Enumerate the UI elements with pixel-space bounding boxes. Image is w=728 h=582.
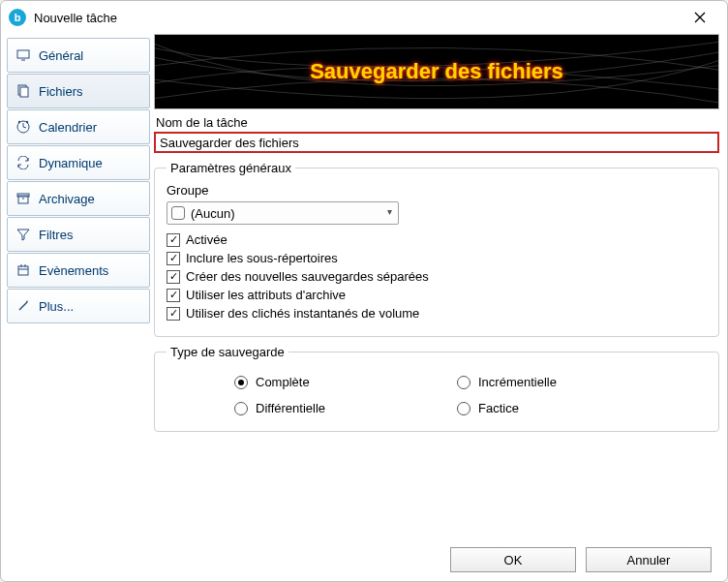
sidebar-item-label: Général: [39, 48, 83, 63]
sidebar: Général Fichiers Calendrier Dynamique Ar…: [7, 34, 150, 538]
sidebar-item-label: Evènements: [39, 263, 108, 278]
close-button[interactable]: [681, 4, 719, 31]
radio-icon: [234, 376, 248, 389]
banner-title: Sauvegarder des fichiers: [310, 59, 563, 84]
sidebar-item-fichiers[interactable]: Fichiers: [7, 74, 150, 108]
monitor-icon: [15, 47, 31, 63]
sidebar-item-label: Filtres: [39, 228, 73, 242]
radio-label: Différentielle: [256, 401, 325, 415]
clock-icon: [15, 119, 31, 135]
sidebar-item-label: Fichiers: [39, 84, 83, 99]
banner: Sauvegarder des fichiers: [154, 34, 719, 109]
checkbox-icon: ✓: [167, 233, 180, 247]
sidebar-item-general[interactable]: Général: [7, 38, 150, 73]
chevron-down-icon: ▾: [387, 206, 392, 217]
svg-rect-0: [17, 50, 29, 58]
group-combobox[interactable]: (Aucun) ▾: [167, 201, 399, 225]
checkbox-label: Utiliser des clichés instantanés de volu…: [186, 306, 419, 321]
wand-icon: [15, 298, 31, 314]
checkbox-icon: ✓: [167, 270, 180, 284]
checkbox-row-subdirs[interactable]: ✓ Inclure les sous-répertoires: [167, 251, 707, 265]
files-icon: [15, 83, 31, 99]
sidebar-item-evenements[interactable]: Evènements: [7, 253, 150, 288]
radio-icon: [457, 376, 470, 389]
radio-differential[interactable]: Différentielle: [234, 401, 428, 415]
checkbox-row-vss[interactable]: ✓ Utiliser des clichés instantanés de vo…: [167, 306, 707, 321]
dialog-window: b Nouvelle tâche Général Fichiers Calend…: [0, 0, 728, 582]
cancel-label: Annuler: [627, 553, 671, 567]
radio-label: Factice: [478, 401, 519, 415]
sidebar-item-label: Plus...: [39, 299, 74, 314]
sidebar-item-calendrier[interactable]: Calendrier: [7, 109, 150, 144]
window-title: Nouvelle tâche: [34, 11, 681, 25]
group-label: Groupe: [167, 183, 707, 198]
sidebar-item-label: Calendrier: [39, 120, 97, 135]
svg-rect-10: [18, 266, 28, 275]
checkbox-label: Créer des nouvelles sauvegardes séparées: [186, 269, 429, 284]
loop-icon: [15, 155, 31, 170]
backup-type-legend: Type de sauvegarde: [167, 345, 288, 359]
cancel-button[interactable]: Annuler: [586, 547, 712, 572]
checkbox-label: Activée: [186, 232, 228, 247]
general-params-group: Paramètres généraux Groupe (Aucun) ▾ ✓ A…: [154, 161, 719, 337]
svg-rect-3: [20, 87, 28, 97]
funnel-icon: [15, 227, 31, 242]
task-name-label: Nom de la tâche: [156, 115, 719, 130]
checkbox-icon: ✓: [167, 252, 180, 265]
radio-incremental[interactable]: Incrémentielle: [457, 375, 651, 389]
sidebar-item-label: Archivage: [39, 192, 95, 206]
checkbox-icon: ✓: [167, 289, 180, 302]
close-icon: [694, 12, 706, 23]
dialog-footer: OK Annuler: [1, 538, 727, 581]
ok-button[interactable]: OK: [450, 547, 576, 572]
backup-type-group: Type de sauvegarde Complète Incrémentiel…: [154, 345, 719, 432]
calendar-icon: [15, 262, 31, 278]
checkbox-icon: ✓: [167, 307, 180, 321]
svg-line-14: [19, 302, 27, 310]
general-params-legend: Paramètres généraux: [167, 161, 295, 175]
task-name-input[interactable]: [154, 132, 719, 153]
sidebar-item-archivage[interactable]: Archivage: [7, 181, 150, 216]
sidebar-item-dynamique[interactable]: Dynamique: [7, 145, 150, 180]
sidebar-item-label: Dynamique: [39, 156, 103, 170]
radio-icon: [234, 402, 248, 415]
main-panel: Sauvegarder des fichiers Nom de la tâche…: [154, 34, 719, 538]
checkbox-label: Inclure les sous-répertoires: [186, 251, 338, 265]
radio-complete[interactable]: Complète: [234, 375, 428, 389]
sidebar-item-filtres[interactable]: Filtres: [7, 217, 150, 252]
checkbox-row-separate[interactable]: ✓ Créer des nouvelles sauvegardes séparé…: [167, 269, 707, 284]
titlebar: b Nouvelle tâche: [1, 1, 727, 34]
box-icon: [15, 191, 31, 206]
ok-label: OK: [504, 553, 523, 567]
radio-dummy[interactable]: Factice: [457, 401, 651, 415]
svg-point-6: [26, 121, 28, 123]
svg-point-5: [18, 121, 20, 123]
checkbox-row-archive-attr[interactable]: ✓ Utiliser les attributs d'archive: [167, 288, 707, 302]
radio-label: Incrémentielle: [478, 375, 557, 389]
sidebar-item-plus[interactable]: Plus...: [7, 289, 150, 323]
app-icon: b: [9, 9, 26, 26]
radio-icon: [457, 402, 470, 415]
radio-label: Complète: [256, 375, 310, 389]
checkbox-row-activee[interactable]: ✓ Activée: [167, 232, 707, 247]
checkbox-label: Utiliser les attributs d'archive: [186, 288, 346, 302]
group-swatch-icon: [171, 206, 185, 220]
group-value: (Aucun): [191, 206, 235, 221]
